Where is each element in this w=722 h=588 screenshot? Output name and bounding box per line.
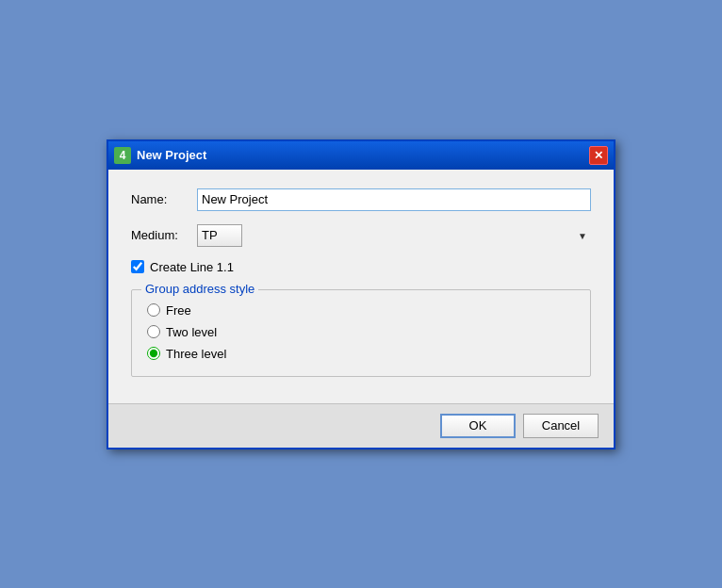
- new-project-dialog: 4 New Project ✕ Name: Medium: TP PL110 R…: [107, 139, 615, 449]
- medium-label: Medium:: [131, 228, 197, 242]
- medium-select-wrapper: TP PL110 RF ▼: [197, 224, 591, 247]
- title-bar: 4 New Project ✕: [108, 141, 614, 170]
- medium-select[interactable]: TP PL110 RF: [197, 224, 242, 247]
- create-line-row: Create Line 1.1: [131, 260, 591, 274]
- dropdown-arrow-icon: ▼: [578, 230, 587, 240]
- name-row: Name:: [131, 188, 591, 211]
- app-icon: 4: [114, 147, 131, 164]
- radio-three-level-row: Three level: [147, 347, 575, 361]
- radio-two-level[interactable]: [147, 325, 160, 338]
- group-address-box: Group address style Free Two level Three…: [131, 289, 591, 377]
- group-address-legend: Group address style: [141, 282, 258, 296]
- create-line-label[interactable]: Create Line 1.1: [150, 260, 234, 274]
- radio-free-label[interactable]: Free: [166, 303, 191, 318]
- medium-row: Medium: TP PL110 RF ▼: [131, 224, 591, 247]
- ok-button[interactable]: OK: [440, 414, 516, 438]
- dialog-title: New Project: [137, 148, 206, 162]
- name-label: Name:: [131, 192, 197, 206]
- dialog-footer: OK Cancel: [108, 403, 614, 448]
- title-bar-left: 4 New Project: [114, 147, 206, 164]
- radio-two-level-label[interactable]: Two level: [166, 325, 217, 339]
- radio-two-level-row: Two level: [147, 325, 575, 339]
- radio-free[interactable]: [147, 303, 160, 317]
- radio-three-level[interactable]: [147, 347, 160, 360]
- cancel-button[interactable]: Cancel: [523, 414, 599, 438]
- dialog-body: Name: Medium: TP PL110 RF ▼ Create Line …: [108, 170, 614, 403]
- radio-free-row: Free: [147, 303, 575, 318]
- radio-three-level-label[interactable]: Three level: [166, 347, 226, 361]
- name-input[interactable]: [197, 188, 591, 211]
- close-button[interactable]: ✕: [589, 146, 608, 165]
- create-line-checkbox[interactable]: [131, 260, 144, 273]
